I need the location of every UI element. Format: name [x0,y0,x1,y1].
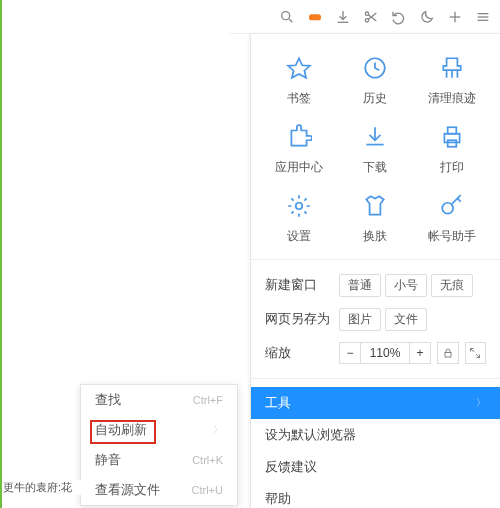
svg-rect-2 [309,14,321,20]
grid-label: 清理痕迹 [414,90,490,107]
grid-label: 打印 [414,159,490,176]
svg-line-29 [471,349,475,353]
new-window-incognito[interactable]: 无痕 [431,274,473,297]
new-window-small[interactable]: 小号 [385,274,427,297]
svg-marker-14 [288,58,310,78]
grid-item-app-center[interactable]: 应用中心 [261,121,337,176]
save-as-image[interactable]: 图片 [339,308,381,331]
grid-label: 下载 [337,159,413,176]
key-icon [430,190,474,222]
menu-feedback[interactable]: 反馈建议 [251,451,500,483]
submenu-label: 自动刷新 [95,422,147,439]
submenu-shortcut: Ctrl+K [192,454,223,466]
grid-item-print[interactable]: 打印 [414,121,490,176]
undo-icon[interactable] [388,6,410,28]
divider [251,259,500,260]
gamepad-icon[interactable] [304,6,326,28]
printer-icon [430,121,474,153]
svg-point-5 [365,12,368,15]
svg-line-1 [289,19,292,22]
menu-label: 反馈建议 [265,459,317,476]
background-text-fragment: 更牛的袁府:花 [3,480,83,495]
svg-point-25 [442,203,453,214]
new-window-row: 新建窗口 普通 小号 无痕 [251,268,500,302]
grid-label: 应用中心 [261,159,337,176]
submenu-shortcut: Ctrl+U [192,484,223,496]
plus-icon[interactable] [444,6,466,28]
puzzle-icon [277,121,321,153]
grid-item-clear-trace[interactable]: 清理痕迹 [414,52,490,107]
zoom-value: 110% [361,342,409,364]
submenu-label: 静音 [95,452,121,469]
save-as-row: 网页另存为 图片 文件 [251,302,500,336]
download-icon[interactable] [332,6,354,28]
grid-item-history[interactable]: 历史 [337,52,413,107]
broom-icon [430,52,474,84]
main-menu-panel: 书签 历史 清理痕迹 应用中心 下载 打印 设置 换肤 [250,34,500,508]
menu-label: 帮助 [265,491,291,508]
lock-icon[interactable] [437,342,459,364]
zoom-label: 缩放 [265,345,339,362]
svg-line-30 [476,354,480,358]
submenu-mute[interactable]: 静音 Ctrl+K [81,445,237,475]
grid-label: 帐号助手 [414,228,490,245]
divider [251,378,500,379]
fullscreen-icon[interactable] [465,342,487,364]
menu-label: 设为默认浏览器 [265,427,356,444]
submenu-label: 查找 [95,392,121,409]
grid-item-settings[interactable]: 设置 [261,190,337,245]
submenu-shortcut: Ctrl+F [193,394,223,406]
moon-icon[interactable] [416,6,438,28]
svg-rect-21 [444,134,459,143]
submenu-view-source[interactable]: 查看源文件 Ctrl+U [81,475,237,505]
grid-item-skin[interactable]: 换肤 [337,190,413,245]
submenu-auto-refresh[interactable]: 自动刷新 〉 [81,415,237,445]
grid-label: 书签 [261,90,337,107]
zoom-plus[interactable]: + [409,342,431,364]
grid-label: 换肤 [337,228,413,245]
menu-default-browser[interactable]: 设为默认浏览器 [251,419,500,451]
download-large-icon [353,121,397,153]
menu-tools[interactable]: 工具 〉 [251,387,500,419]
clock-icon [353,52,397,84]
svg-point-6 [365,18,368,21]
tshirt-icon [353,190,397,222]
zoom-minus[interactable]: − [339,342,361,364]
submenu-label: 查看源文件 [95,482,160,499]
grid-label: 设置 [261,228,337,245]
chevron-right-icon: 〉 [476,396,486,410]
star-icon [277,52,321,84]
grid-item-download[interactable]: 下载 [337,121,413,176]
scissors-icon[interactable] [360,6,382,28]
search-icon[interactable] [276,6,298,28]
svg-point-24 [296,203,303,210]
svg-rect-23 [447,140,456,147]
grid-label: 历史 [337,90,413,107]
svg-rect-28 [445,353,451,358]
new-window-label: 新建窗口 [265,277,339,294]
grid-item-bookmarks[interactable]: 书签 [261,52,337,107]
svg-rect-22 [447,127,456,134]
menu-icon[interactable] [472,6,494,28]
grid-item-account[interactable]: 帐号助手 [414,190,490,245]
menu-label: 工具 [265,395,291,412]
svg-line-27 [457,198,460,201]
zoom-row: 缩放 − 110% + [251,336,500,370]
submenu-find[interactable]: 查找 Ctrl+F [81,385,237,415]
chevron-right-icon: 〉 [213,423,223,437]
new-window-normal[interactable]: 普通 [339,274,381,297]
save-as-label: 网页另存为 [265,311,339,328]
tools-submenu: 查找 Ctrl+F 自动刷新 〉 静音 Ctrl+K 查看源文件 Ctrl+U [80,384,238,506]
quick-grid: 书签 历史 清理痕迹 应用中心 下载 打印 设置 换肤 [251,34,500,251]
menu-help[interactable]: 帮助 [251,483,500,508]
browser-toolbar [230,0,500,34]
svg-point-0 [282,11,290,19]
gear-icon [277,190,321,222]
save-as-file[interactable]: 文件 [385,308,427,331]
